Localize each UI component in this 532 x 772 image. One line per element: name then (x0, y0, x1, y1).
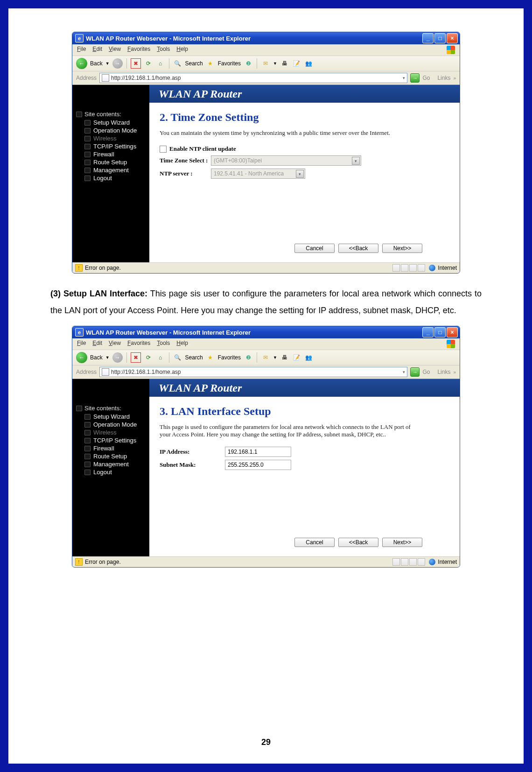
titlebar[interactable]: e WLAN AP Router Webserver - Microsoft I… (72, 32, 460, 44)
ntp-enable-label: Enable NTP client update (169, 145, 236, 153)
mask-input[interactable]: 255.255.255.0 (225, 460, 291, 470)
ip-label: IP Address: (160, 448, 225, 456)
next-button[interactable]: Next>> (382, 538, 422, 547)
address-label: Address (76, 369, 97, 375)
search-label[interactable]: Search (185, 60, 203, 67)
edit-icon[interactable]: 📝 (292, 59, 301, 68)
links-label[interactable]: Links (437, 75, 450, 81)
stop-icon[interactable]: ✖ (131, 58, 141, 69)
wizard-buttons: Cancel <<Back Next>> (294, 244, 422, 253)
sidebar-item-tcpip[interactable]: TCP/IP Settings (84, 142, 146, 150)
mail-icon[interactable]: ✉ (261, 59, 270, 68)
print-icon[interactable]: 🖶 (280, 59, 289, 68)
menubar: File Edit View Favorites Tools Help (72, 338, 460, 350)
router-banner: WLAN AP Router (149, 85, 460, 103)
favorites-icon[interactable]: ★ (206, 59, 215, 68)
search-label[interactable]: Search (185, 354, 203, 361)
close-button[interactable]: × (447, 327, 458, 337)
refresh-icon[interactable]: ⟳ (144, 353, 153, 362)
router-page: WLAN AP Router Site contents: Setup Wiza… (72, 379, 460, 556)
menu-favorites[interactable]: Favorites (127, 46, 150, 54)
favorites-label[interactable]: Favorites (218, 354, 241, 361)
sidebar-item-setup-wizard[interactable]: Setup Wizard (84, 413, 146, 421)
maximize-button[interactable]: □ (434, 33, 446, 43)
sidebar-item-management[interactable]: Management (84, 166, 146, 174)
links-label[interactable]: Links (437, 369, 450, 375)
zone-indicator: Internet (429, 559, 457, 565)
back-button[interactable]: <<Back (338, 244, 378, 253)
menu-tools[interactable]: Tools (157, 46, 170, 54)
sidebar-item-setup-wizard[interactable]: Setup Wizard (84, 119, 146, 126)
sidebar-item-firewall[interactable]: Firewall (84, 150, 146, 158)
back-button[interactable]: ← (76, 58, 87, 69)
sidebar-header: Site contents: (84, 405, 121, 412)
menu-tools[interactable]: Tools (157, 340, 170, 348)
toolbar: ← Back ▼ → ✖ ⟳ ⌂ 🔍 Search ★ Favorites ❷ … (72, 350, 460, 365)
zone-indicator: Internet (429, 265, 457, 271)
section-title: 2. Time Zone Setting (160, 111, 421, 124)
back-label: Back (90, 60, 103, 67)
menu-file[interactable]: File (77, 46, 86, 54)
menu-view[interactable]: View (109, 340, 121, 348)
address-input[interactable]: http://192.168.1.1/home.asp ▾ (99, 367, 407, 377)
address-label: Address (76, 75, 97, 81)
favorites-icon[interactable]: ★ (206, 353, 215, 362)
ntp-enable-checkbox[interactable] (160, 146, 167, 153)
history-icon[interactable]: ❷ (244, 59, 253, 68)
forward-button[interactable]: → (112, 58, 123, 69)
menu-file[interactable]: File (77, 340, 86, 348)
sidebar-item-firewall[interactable]: Firewall (84, 444, 146, 452)
sidebar-item-logout[interactable]: Logout (84, 174, 146, 182)
home-icon[interactable]: ⌂ (156, 353, 165, 362)
forward-button[interactable]: → (112, 352, 123, 363)
favorites-label[interactable]: Favorites (218, 60, 241, 67)
mail-icon[interactable]: ✉ (261, 353, 270, 362)
sidebar-item-route-setup[interactable]: Route Setup (84, 452, 146, 460)
folder-icon (76, 112, 82, 117)
sidebar-item-operation-mode[interactable]: Operation Mode (84, 126, 146, 134)
cancel-button[interactable]: Cancel (294, 538, 335, 547)
menu-favorites[interactable]: Favorites (127, 340, 150, 348)
titlebar[interactable]: e WLAN AP Router Webserver - Microsoft I… (72, 326, 460, 338)
menu-edit[interactable]: Edit (92, 46, 102, 54)
search-icon[interactable]: 🔍 (173, 353, 182, 362)
go-button[interactable]: → (410, 73, 420, 83)
sidebar-item-route-setup[interactable]: Route Setup (84, 158, 146, 166)
close-button[interactable]: × (447, 33, 458, 43)
stop-icon[interactable]: ✖ (131, 352, 141, 363)
menu-view[interactable]: View (109, 46, 121, 54)
ntp-server-select: 192.5.41.41 - North America▾ (211, 168, 305, 179)
window-title: WLAN AP Router Webserver - Microsoft Int… (86, 329, 251, 336)
discuss-icon[interactable]: 👥 (304, 59, 314, 68)
sidebar-item-wireless[interactable]: Wireless (84, 428, 146, 436)
maximize-button[interactable]: □ (434, 327, 446, 337)
menu-edit[interactable]: Edit (92, 340, 102, 348)
history-icon[interactable]: ❷ (244, 353, 253, 362)
search-icon[interactable]: 🔍 (173, 59, 182, 68)
ntp-server-label: NTP server : (160, 170, 211, 177)
minimize-button[interactable]: _ (422, 33, 434, 43)
print-icon[interactable]: 🖶 (280, 353, 289, 362)
menu-help[interactable]: Help (176, 46, 188, 54)
sidebar-item-wireless[interactable]: Wireless (84, 134, 146, 142)
sidebar-item-operation-mode[interactable]: Operation Mode (84, 421, 146, 428)
folder-icon (76, 406, 82, 411)
sidebar-item-logout[interactable]: Logout (84, 468, 146, 476)
edit-icon[interactable]: 📝 (292, 353, 301, 362)
chevron-down-icon: ▾ (352, 157, 360, 165)
go-button[interactable]: → (410, 367, 420, 377)
minimize-button[interactable]: _ (422, 327, 434, 337)
sidebar-item-management[interactable]: Management (84, 460, 146, 468)
back-button[interactable]: <<Back (338, 538, 378, 547)
next-button[interactable]: Next>> (382, 244, 422, 253)
refresh-icon[interactable]: ⟳ (144, 59, 153, 68)
ip-input[interactable]: 192.168.1.1 (225, 447, 291, 457)
discuss-icon[interactable]: 👥 (304, 353, 314, 362)
ie-icon: e (75, 328, 84, 337)
address-input[interactable]: http://192.168.1.1/home.asp ▾ (99, 73, 407, 83)
sidebar-item-tcpip[interactable]: TCP/IP Settings (84, 436, 146, 444)
menu-help[interactable]: Help (176, 340, 188, 348)
home-icon[interactable]: ⌂ (156, 59, 165, 68)
back-button[interactable]: ← (76, 352, 87, 363)
cancel-button[interactable]: Cancel (294, 244, 335, 253)
